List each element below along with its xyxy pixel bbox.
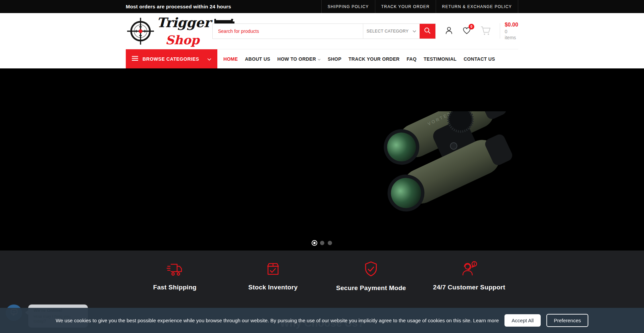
- nav-item-faq[interactable]: FAQ: [407, 56, 417, 62]
- truck-icon: [166, 273, 183, 278]
- nav-item-contact-us[interactable]: CONTACT US: [464, 56, 495, 62]
- feature-customer-support: 24/7 Customer Support: [420, 261, 519, 292]
- nav-item-track-your-order[interactable]: TRACK YOUR ORDER: [348, 56, 399, 62]
- shield-check-icon: [362, 273, 380, 279]
- features-strip: Fast Shipping Stock Inventory Secure: [0, 251, 644, 308]
- carousel-dot-1[interactable]: [313, 242, 316, 244]
- browse-categories-label: BROWSE CATEGORIES: [143, 56, 207, 62]
- feature-label: Fast Shipping: [126, 284, 224, 291]
- category-select-label: SELECT CATEGORY: [367, 29, 409, 34]
- binoculars-product-image: VORTEX: [361, 111, 522, 223]
- divider: [500, 23, 500, 39]
- cookie-consent-banner: We use cookies to give you the best poss…: [0, 308, 644, 333]
- link-track-your-order[interactable]: TRACK YOUR ORDER: [375, 0, 436, 13]
- site-logo[interactable]: Trigger Shop: [126, 16, 210, 47]
- link-return-exchange-policy[interactable]: RETURN & EXCHANGE POLICY: [436, 0, 518, 13]
- cookie-message: We use cookies to give you the best poss…: [56, 318, 472, 323]
- topbar-message: Most orders are processed within 24 hour…: [126, 4, 231, 9]
- carousel-dots: [0, 241, 644, 245]
- nav-item-about-us[interactable]: ABOUT US: [245, 56, 270, 62]
- menu: HOME ABOUT US HOW TO ORDER SHOP TRACK YO…: [223, 49, 495, 68]
- chevron-down-icon: [413, 29, 416, 34]
- search-bar: SELECT CATEGORY: [212, 23, 436, 39]
- search-button[interactable]: [420, 24, 435, 39]
- nav-item-testimonial[interactable]: TESTIMONIAL: [424, 56, 457, 62]
- learn-more-link[interactable]: Learn more: [473, 318, 499, 323]
- box-check-icon: [264, 273, 282, 278]
- support-agent-icon: [460, 273, 478, 278]
- carousel-dot-3[interactable]: [328, 241, 332, 245]
- topbar: Most orders are processed within 24 hour…: [0, 0, 644, 13]
- feature-fast-shipping: Fast Shipping: [126, 261, 224, 292]
- feature-label: Secure Payment Mode: [322, 284, 420, 292]
- chevron-down-icon: [318, 56, 321, 62]
- account-button[interactable]: [444, 26, 453, 36]
- category-select[interactable]: SELECT CATEGORY: [363, 24, 420, 39]
- feature-label: 24/7 Customer Support: [420, 284, 519, 291]
- preferences-button[interactable]: Preferences: [546, 314, 588, 327]
- search-input[interactable]: [213, 24, 363, 39]
- nav-item-how-to-order[interactable]: HOW TO ORDER: [277, 56, 321, 62]
- wishlist-count-badge: 0: [469, 24, 474, 30]
- cart-total: $0.00: [505, 21, 518, 29]
- nav-item-home[interactable]: HOME: [223, 56, 238, 62]
- search-icon: [424, 27, 431, 35]
- accept-all-button[interactable]: Accept All: [504, 314, 541, 327]
- cart-icon: [480, 25, 491, 37]
- nav-item-shop[interactable]: SHOP: [328, 56, 341, 62]
- cart-button[interactable]: [480, 25, 491, 37]
- browse-categories-button[interactable]: BROWSE CATEGORIES: [126, 49, 217, 68]
- cart-summary[interactable]: $0.00 0 items: [505, 21, 518, 41]
- topbar-links: SHIPPING POLICY TRACK YOUR ORDER RETURN …: [321, 0, 518, 13]
- user-icon: [444, 26, 453, 36]
- link-shipping-policy[interactable]: SHIPPING POLICY: [321, 0, 375, 13]
- crosshair-icon: [126, 16, 155, 47]
- feature-label: Stock Inventory: [224, 284, 322, 291]
- header: Trigger Shop SELECT CATEGORY: [0, 13, 644, 49]
- chevron-down-icon: [207, 56, 211, 62]
- logo-text-trigger: Trigger: [157, 16, 211, 29]
- feature-stock-inventory: Stock Inventory: [224, 261, 322, 292]
- wishlist-button[interactable]: 0: [462, 26, 471, 36]
- carousel-dot-2[interactable]: [320, 241, 324, 245]
- hamburger-icon: [132, 56, 138, 62]
- main-navigation: BROWSE CATEGORIES HOME ABOUT US HOW TO O…: [0, 49, 644, 68]
- cart-item-count: 0 items: [505, 29, 518, 41]
- hero-carousel: VORTEX: [0, 68, 644, 251]
- feature-secure-payment: Secure Payment Mode: [322, 261, 420, 292]
